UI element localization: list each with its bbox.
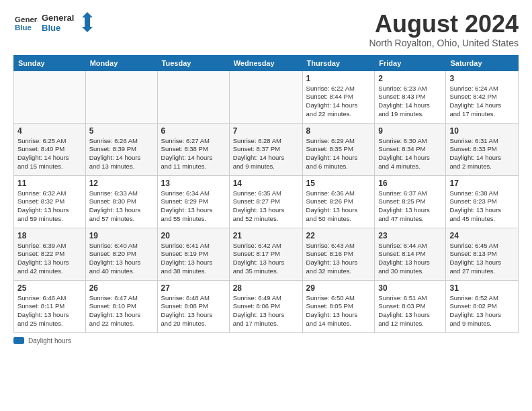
day-info: Sunrise: 6:39 AM Sunset: 8:22 PM Dayligh… — [17, 242, 82, 276]
day-number: 1 — [306, 74, 371, 83]
calendar-cell — [157, 71, 229, 123]
calendar-cell: 18Sunrise: 6:39 AM Sunset: 8:22 PM Dayli… — [14, 228, 86, 280]
day-info: Sunrise: 6:28 AM Sunset: 8:37 PM Dayligh… — [233, 137, 299, 171]
day-header-tuesday: Tuesday — [157, 55, 229, 71]
day-number: 16 — [378, 179, 442, 188]
day-header-friday: Friday — [375, 55, 446, 71]
svg-marker-5 — [82, 12, 93, 32]
day-header-wednesday: Wednesday — [229, 55, 302, 71]
day-number: 9 — [378, 126, 442, 136]
day-info: Sunrise: 6:51 AM Sunset: 8:03 PM Dayligh… — [378, 294, 442, 328]
calendar-cell: 14Sunrise: 6:35 AM Sunset: 8:27 PM Dayli… — [229, 175, 302, 228]
day-info: Sunrise: 6:23 AM Sunset: 8:43 PM Dayligh… — [378, 85, 442, 119]
day-info: Sunrise: 6:49 AM Sunset: 8:06 PM Dayligh… — [233, 294, 299, 328]
day-info: Sunrise: 6:24 AM Sunset: 8:42 PM Dayligh… — [449, 85, 515, 119]
week-row-3: 11Sunrise: 6:32 AM Sunset: 8:32 PM Dayli… — [14, 175, 519, 228]
svg-text:Blue: Blue — [15, 24, 32, 32]
day-info: Sunrise: 6:30 AM Sunset: 8:34 PM Dayligh… — [378, 137, 442, 171]
calendar-header: SundayMondayTuesdayWednesdayThursdayFrid… — [14, 55, 519, 71]
day-header-monday: Monday — [85, 55, 157, 71]
day-number: 5 — [89, 126, 154, 136]
calendar-cell: 20Sunrise: 6:41 AM Sunset: 8:19 PM Dayli… — [157, 228, 229, 280]
day-info: Sunrise: 6:40 AM Sunset: 8:20 PM Dayligh… — [89, 242, 154, 276]
day-number: 29 — [306, 283, 371, 293]
calendar-cell: 22Sunrise: 6:43 AM Sunset: 8:16 PM Dayli… — [302, 228, 375, 280]
calendar-cell — [14, 71, 86, 123]
day-number: 14 — [233, 179, 299, 188]
day-info: Sunrise: 6:29 AM Sunset: 8:35 PM Dayligh… — [306, 137, 371, 171]
logo-icon: General Blue — [13, 13, 38, 33]
day-header-saturday: Saturday — [446, 55, 519, 71]
day-info: Sunrise: 6:52 AM Sunset: 8:02 PM Dayligh… — [449, 294, 515, 328]
calendar-body: 1Sunrise: 6:22 AM Sunset: 8:44 PM Daylig… — [14, 71, 519, 332]
calendar-cell: 1Sunrise: 6:22 AM Sunset: 8:44 PM Daylig… — [302, 71, 375, 123]
day-number: 24 — [449, 231, 515, 240]
calendar-cell: 4Sunrise: 6:25 AM Sunset: 8:40 PM Daylig… — [14, 123, 86, 175]
day-number: 7 — [233, 126, 299, 136]
page-container: General Blue General Blue August 2024 No… — [0, 0, 532, 351]
day-info: Sunrise: 6:22 AM Sunset: 8:44 PM Dayligh… — [306, 85, 371, 119]
calendar-cell: 11Sunrise: 6:32 AM Sunset: 8:32 PM Dayli… — [14, 175, 86, 228]
day-info: Sunrise: 6:36 AM Sunset: 8:26 PM Dayligh… — [306, 189, 371, 224]
week-row-4: 18Sunrise: 6:39 AM Sunset: 8:22 PM Dayli… — [14, 228, 519, 280]
calendar-cell: 3Sunrise: 6:24 AM Sunset: 8:42 PM Daylig… — [446, 71, 519, 123]
calendar-cell: 19Sunrise: 6:40 AM Sunset: 8:20 PM Dayli… — [85, 228, 157, 280]
calendar-cell: 10Sunrise: 6:31 AM Sunset: 8:33 PM Dayli… — [446, 123, 519, 175]
logo: General Blue General Blue — [13, 11, 95, 35]
day-number: 25 — [17, 283, 82, 293]
day-number: 22 — [306, 231, 371, 240]
day-info: Sunrise: 6:35 AM Sunset: 8:27 PM Dayligh… — [233, 189, 299, 224]
calendar-cell: 24Sunrise: 6:45 AM Sunset: 8:13 PM Dayli… — [446, 228, 519, 280]
day-number: 11 — [17, 179, 82, 188]
day-number: 12 — [89, 179, 154, 188]
day-number: 27 — [161, 283, 226, 293]
day-number: 6 — [161, 126, 226, 136]
calendar-table: SundayMondayTuesdayWednesdayThursdayFrid… — [13, 55, 519, 333]
day-header-thursday: Thursday — [302, 55, 375, 71]
calendar-cell: 31Sunrise: 6:52 AM Sunset: 8:02 PM Dayli… — [446, 280, 519, 332]
calendar-cell: 9Sunrise: 6:30 AM Sunset: 8:34 PM Daylig… — [375, 123, 446, 175]
day-number: 23 — [378, 231, 442, 240]
calendar-cell: 17Sunrise: 6:38 AM Sunset: 8:23 PM Dayli… — [446, 175, 519, 228]
calendar-cell — [229, 71, 302, 123]
day-info: Sunrise: 6:44 AM Sunset: 8:14 PM Dayligh… — [378, 242, 442, 276]
day-number: 31 — [449, 283, 515, 293]
day-info: Sunrise: 6:41 AM Sunset: 8:19 PM Dayligh… — [161, 242, 226, 276]
day-info: Sunrise: 6:45 AM Sunset: 8:13 PM Dayligh… — [449, 242, 515, 276]
location: North Royalton, Ohio, United States — [369, 38, 519, 48]
calendar-cell: 26Sunrise: 6:47 AM Sunset: 8:10 PM Dayli… — [85, 280, 157, 332]
calendar-cell: 23Sunrise: 6:44 AM Sunset: 8:14 PM Dayli… — [375, 228, 446, 280]
day-info: Sunrise: 6:26 AM Sunset: 8:39 PM Dayligh… — [89, 137, 154, 171]
day-info: Sunrise: 6:43 AM Sunset: 8:16 PM Dayligh… — [306, 242, 371, 276]
day-info: Sunrise: 6:42 AM Sunset: 8:17 PM Dayligh… — [233, 242, 299, 276]
title-section: August 2024 North Royalton, Ohio, United… — [369, 11, 519, 48]
day-info: Sunrise: 6:46 AM Sunset: 8:11 PM Dayligh… — [17, 294, 82, 328]
week-row-5: 25Sunrise: 6:46 AM Sunset: 8:11 PM Dayli… — [14, 280, 519, 332]
calendar-cell: 15Sunrise: 6:36 AM Sunset: 8:26 PM Dayli… — [302, 175, 375, 228]
svg-text:General: General — [42, 13, 74, 23]
calendar-cell: 5Sunrise: 6:26 AM Sunset: 8:39 PM Daylig… — [85, 123, 157, 175]
day-info: Sunrise: 6:50 AM Sunset: 8:05 PM Dayligh… — [306, 294, 371, 328]
legend-color-box — [13, 337, 24, 344]
week-row-1: 1Sunrise: 6:22 AM Sunset: 8:44 PM Daylig… — [14, 71, 519, 123]
day-number: 26 — [89, 283, 154, 293]
calendar-cell: 29Sunrise: 6:50 AM Sunset: 8:05 PM Dayli… — [302, 280, 375, 332]
day-info: Sunrise: 6:31 AM Sunset: 8:33 PM Dayligh… — [449, 137, 515, 171]
calendar-cell: 25Sunrise: 6:46 AM Sunset: 8:11 PM Dayli… — [14, 280, 86, 332]
calendar-cell: 6Sunrise: 6:27 AM Sunset: 8:38 PM Daylig… — [157, 123, 229, 175]
day-info: Sunrise: 6:47 AM Sunset: 8:10 PM Dayligh… — [89, 294, 154, 328]
calendar-cell: 2Sunrise: 6:23 AM Sunset: 8:43 PM Daylig… — [375, 71, 446, 123]
day-number: 17 — [449, 179, 515, 188]
day-number: 13 — [161, 179, 226, 188]
day-number: 20 — [161, 231, 226, 240]
calendar-cell: 12Sunrise: 6:33 AM Sunset: 8:30 PM Dayli… — [85, 175, 157, 228]
day-header-sunday: Sunday — [14, 55, 86, 71]
day-number: 3 — [449, 74, 515, 83]
day-number: 15 — [306, 179, 371, 188]
calendar-cell: 16Sunrise: 6:37 AM Sunset: 8:25 PM Dayli… — [375, 175, 446, 228]
day-number: 8 — [306, 126, 371, 136]
calendar-cell: 28Sunrise: 6:49 AM Sunset: 8:06 PM Dayli… — [229, 280, 302, 332]
calendar-cell: 13Sunrise: 6:34 AM Sunset: 8:29 PM Dayli… — [157, 175, 229, 228]
calendar-cell: 30Sunrise: 6:51 AM Sunset: 8:03 PM Dayli… — [375, 280, 446, 332]
calendar-cell: 8Sunrise: 6:29 AM Sunset: 8:35 PM Daylig… — [302, 123, 375, 175]
